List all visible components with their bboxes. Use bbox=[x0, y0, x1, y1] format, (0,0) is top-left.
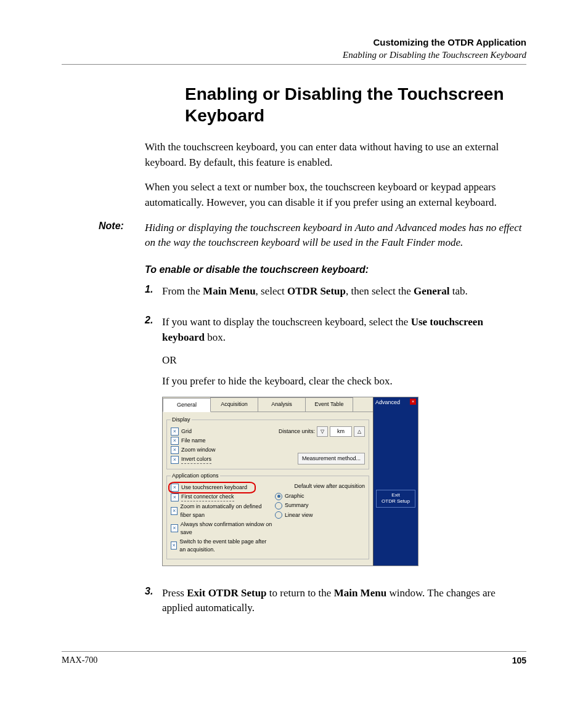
app-screenshot: General Acquisition Analysis Event Table… bbox=[162, 397, 419, 566]
sidebar-mode-label: Advanced bbox=[375, 399, 400, 407]
checkbox-first-connector[interactable]: × bbox=[171, 493, 179, 501]
checkbox-grid[interactable]: × bbox=[171, 428, 179, 436]
checkbox-switch-event-table[interactable]: × bbox=[171, 542, 177, 550]
page-footer: MAX-700 105 bbox=[62, 651, 526, 665]
page-title: Enabling or Disabling the Touchscreen Ke… bbox=[185, 83, 526, 126]
label-invert-colors: Invert colors bbox=[181, 455, 211, 464]
label-switch-event-table: Switch to the event table page after an … bbox=[179, 538, 272, 554]
label-summary: Summary bbox=[285, 501, 309, 509]
distance-value: km bbox=[330, 426, 352, 437]
step-number: 3. bbox=[145, 586, 162, 623]
radio-summary[interactable] bbox=[275, 502, 282, 509]
step-3-text: Press Exit OTDR Setup to return to the M… bbox=[162, 586, 526, 616]
checkbox-zoom-auto[interactable]: × bbox=[171, 507, 178, 515]
footer-model: MAX-700 bbox=[62, 655, 97, 665]
label-use-touchscreen-keyboard: Use touchscreen keyboard bbox=[181, 484, 247, 492]
label-graphic: Graphic bbox=[285, 492, 304, 500]
step-2-line2: If you prefer to hide the keyboard, clea… bbox=[162, 374, 526, 389]
default-view-label: Default view after acquisition bbox=[272, 482, 365, 490]
tab-general[interactable]: General bbox=[163, 398, 211, 412]
section-title-running: Enabling or Disabling the Touchscreen Ke… bbox=[62, 50, 526, 60]
step-number: 2. bbox=[145, 315, 162, 577]
app-options-legend: Application options bbox=[171, 472, 220, 480]
chapter-title: Customizing the OTDR Application bbox=[62, 37, 526, 47]
label-filename: File name bbox=[181, 437, 206, 445]
step-2-line1: If you want to display the touchscreen k… bbox=[162, 315, 526, 345]
distance-down-button[interactable]: ▽ bbox=[317, 426, 328, 437]
note-label: Note: bbox=[99, 221, 136, 251]
label-linear-view: Linear view bbox=[285, 511, 313, 519]
footer-page-number: 105 bbox=[512, 655, 526, 665]
tab-analysis[interactable]: Analysis bbox=[258, 397, 306, 412]
header-rule bbox=[62, 64, 526, 65]
task-title: To enable or disable the touchscreen key… bbox=[145, 264, 526, 275]
tab-bar: General Acquisition Analysis Event Table bbox=[163, 397, 373, 412]
note-text: Hiding or displaying the touchscreen key… bbox=[145, 221, 526, 251]
tab-acquisition[interactable]: Acquisition bbox=[210, 397, 258, 412]
label-zoom-window: Zoom window bbox=[181, 446, 216, 454]
label-first-connector: First connector check bbox=[181, 493, 234, 501]
app-sidebar: Advanced × Exit OTDR Setup bbox=[373, 397, 418, 566]
intro-paragraph-2: When you select a text or number box, th… bbox=[145, 180, 526, 210]
note-block: Note: Hiding or displaying the touchscre… bbox=[99, 221, 526, 251]
document-page: Customizing the OTDR Application Enablin… bbox=[0, 0, 588, 690]
label-always-confirm: Always show confirmation window on save bbox=[181, 521, 272, 537]
distance-units-label: Distance units: bbox=[279, 428, 315, 436]
close-icon[interactable]: × bbox=[410, 399, 416, 405]
step-2-or: OR bbox=[162, 353, 526, 368]
intro-paragraph-1: With the touchscreen keyboard, you can e… bbox=[145, 140, 526, 170]
label-zoom-auto: Zoom in automatically on defined fiber s… bbox=[180, 503, 272, 519]
running-header: Customizing the OTDR Application Enablin… bbox=[62, 37, 526, 60]
checkbox-filename[interactable]: × bbox=[171, 437, 179, 445]
step-1-text: From the Main Menu, select OTDR Setup, t… bbox=[162, 284, 526, 299]
tab-event-table[interactable]: Event Table bbox=[305, 397, 353, 412]
checkbox-invert-colors[interactable]: × bbox=[171, 456, 179, 464]
label-grid: Grid bbox=[181, 428, 192, 436]
checkbox-use-touchscreen-keyboard[interactable]: × bbox=[171, 484, 179, 492]
app-options-group: Application options ×Use touchscreen key… bbox=[166, 472, 369, 559]
checkbox-always-confirm[interactable]: × bbox=[171, 524, 178, 532]
display-group-legend: Display bbox=[171, 416, 192, 424]
step-3: 3. Press Exit OTDR Setup to return to th… bbox=[145, 586, 526, 623]
step-number: 1. bbox=[145, 284, 162, 307]
checkbox-zoom-window[interactable]: × bbox=[171, 446, 179, 454]
radio-graphic[interactable] bbox=[275, 493, 282, 500]
exit-otdr-setup-button[interactable]: Exit OTDR Setup bbox=[376, 490, 415, 508]
step-1: 1. From the Main Menu, select OTDR Setup… bbox=[145, 284, 526, 307]
radio-linear-view[interactable] bbox=[275, 511, 282, 519]
step-2: 2. If you want to display the touchscree… bbox=[145, 315, 526, 577]
display-group: Display ×Grid ×File name ×Zoom window ×I… bbox=[166, 416, 369, 469]
distance-up-button[interactable]: △ bbox=[354, 426, 365, 437]
steps-list: 1. From the Main Menu, select OTDR Setup… bbox=[145, 284, 526, 623]
measurement-method-button[interactable]: Measurement method... bbox=[298, 453, 365, 465]
